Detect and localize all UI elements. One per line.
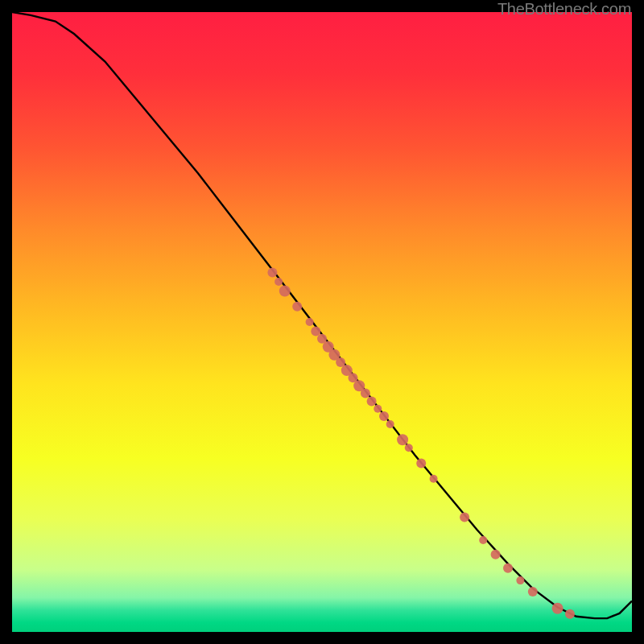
attribution-label: TheBottleneck.com <box>497 0 631 19</box>
chart-frame <box>12 12 632 632</box>
data-marker <box>565 609 575 619</box>
data-marker <box>379 411 389 421</box>
data-marker <box>292 302 302 312</box>
data-marker <box>311 327 320 336</box>
data-marker <box>460 513 469 522</box>
data-marker <box>367 397 377 407</box>
data-marker <box>416 459 426 469</box>
data-marker <box>267 267 277 277</box>
data-marker <box>279 286 291 297</box>
data-marker <box>397 434 408 445</box>
chart-svg <box>12 12 632 632</box>
data-marker <box>491 550 501 559</box>
data-marker <box>479 536 487 544</box>
data-marker <box>275 278 283 286</box>
data-marker <box>374 405 382 413</box>
data-marker <box>306 318 314 326</box>
data-marker <box>516 576 524 584</box>
data-marker <box>528 587 538 597</box>
data-marker <box>430 475 438 483</box>
data-marker <box>503 564 513 573</box>
data-marker <box>361 389 370 398</box>
data-marker <box>405 444 413 452</box>
data-marker <box>552 603 564 614</box>
gradient-background <box>12 12 632 632</box>
data-marker <box>386 420 394 428</box>
